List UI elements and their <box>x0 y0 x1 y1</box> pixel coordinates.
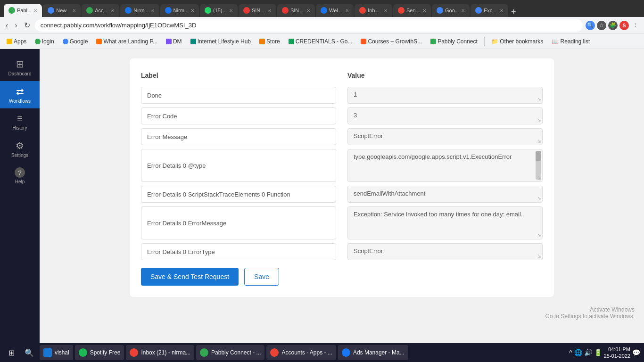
bookmark-label: Courses – GrowthS... <box>368 38 422 45</box>
save-button[interactable]: Save <box>244 268 279 286</box>
taskbar-app-label-accounts: Accounts - Apps - ... <box>281 349 332 356</box>
resize-handle: ⇲ <box>537 254 541 259</box>
profile-icon[interactable]: S <box>619 21 629 30</box>
tab-wel[interactable]: Wel... ✕ <box>316 4 354 17</box>
tab-google[interactable]: Goo... ✕ <box>432 4 470 17</box>
bookmark-landing[interactable]: What are Landing P... <box>93 37 160 46</box>
search-button[interactable]: 🔍 <box>21 345 38 360</box>
sidebar: ⊞ Dashboard ⇄ Workflows ≡ History ⚙ Sett… <box>0 49 40 343</box>
sidebar-item-settings[interactable]: ⚙ Settings <box>0 135 40 163</box>
tab-close-icon[interactable]: ✕ <box>306 8 310 13</box>
bookmark-favicon <box>96 39 102 44</box>
field-value-stacktrace[interactable]: sendEmailWithAttachment ⇲ <box>347 186 543 203</box>
tab-label: (15)... <box>213 8 227 13</box>
tab-favicon <box>86 7 93 14</box>
tray-network-icon[interactable]: 🌐 <box>574 349 582 356</box>
back-button[interactable]: ‹ <box>4 19 10 32</box>
tab-close-icon[interactable]: ✕ <box>268 8 272 13</box>
bookmark-credentials[interactable]: CREDENTIALS - Go... <box>286 37 355 46</box>
tab-close-icon[interactable]: ✕ <box>72 8 76 13</box>
new-tab-button[interactable]: + <box>511 7 516 17</box>
tray-notification-icon[interactable]: 💬 <box>632 349 640 356</box>
tab-close-icon[interactable]: ✕ <box>111 8 115 13</box>
sidebar-item-history[interactable]: ≡ History <box>0 108 40 135</box>
taskbar-app-spotify[interactable]: Spotify Free <box>75 345 124 360</box>
bookmark-other[interactable]: 📁 Other bookmarks <box>488 37 546 46</box>
tab-close-icon[interactable]: ✕ <box>190 8 194 13</box>
bookmark-label: What are Landing P... <box>103 38 157 45</box>
tab-label: Inb... <box>368 8 379 13</box>
refresh-button[interactable]: ↻ <box>22 19 32 32</box>
taskbar-app-vishal[interactable]: vishal <box>40 345 73 360</box>
tab-pabbly[interactable]: Pabl... ✕ <box>4 4 42 17</box>
bookmark-icon[interactable]: ☆ <box>597 21 606 30</box>
address-input[interactable] <box>35 19 583 32</box>
tab-favicon <box>48 7 54 14</box>
tab-close-icon[interactable]: ✕ <box>33 8 37 13</box>
tab-close-icon[interactable]: ✕ <box>422 8 426 13</box>
tab-sent[interactable]: Sen... ✕ <box>393 4 431 17</box>
taskbar-app-accounts[interactable]: Accounts - Apps - ... <box>266 345 336 360</box>
bookmark-login[interactable]: login <box>32 37 57 46</box>
tab-nirm2[interactable]: Nirm... ✕ <box>160 4 199 17</box>
bookmark-ilh[interactable]: Internet Lifestyle Hub <box>188 37 254 46</box>
tab-favicon <box>165 7 172 14</box>
taskbar-app-ads[interactable]: Ads Manager - Ma... <box>338 345 408 360</box>
field-value-error-details-type[interactable]: type.googleapis.com/google.apps.script.v… <box>347 149 543 182</box>
field-label-done: Done <box>141 87 336 104</box>
menu-icon[interactable]: ⋮ <box>631 21 640 30</box>
bookmark-growths[interactable]: Courses – GrowthS... <box>358 37 425 46</box>
sidebar-dashboard-label: Dashboard <box>8 71 32 76</box>
tab-close-icon[interactable]: ✕ <box>500 8 504 13</box>
bookmark-reading[interactable]: 📖 Reading list <box>549 37 593 46</box>
tab-acc[interactable]: Acc... ✕ <box>82 4 119 17</box>
field-value-error-code[interactable]: 3 ⇲ <box>347 107 543 124</box>
sidebar-history-label: History <box>12 125 27 131</box>
sidebar-item-dashboard[interactable]: ⊞ Dashboard <box>0 54 40 81</box>
tab-close-icon[interactable]: ✕ <box>345 8 349 13</box>
sidebar-settings-label: Settings <box>11 153 28 158</box>
form-row-error-details-message: Error Details 0 ErrorMessage Exception: … <box>141 206 543 239</box>
search-icon[interactable]: 🔍 <box>586 21 595 30</box>
bookmark-apps[interactable]: Apps <box>4 37 29 46</box>
forward-button[interactable]: › <box>13 19 19 32</box>
tab-whatsapp[interactable]: (15)... ✕ <box>200 4 238 17</box>
tab-favicon <box>321 7 327 14</box>
tab-close-icon[interactable]: ✕ <box>229 8 233 13</box>
taskbar-app-label-ads: Ads Manager - Ma... <box>353 349 405 356</box>
tray-chevron-icon[interactable]: ^ <box>569 349 572 356</box>
taskbar-clock[interactable]: 04:01 PM 25-01-2022 <box>604 346 630 360</box>
tab-sin2[interactable]: SIN... ✕ <box>277 4 315 17</box>
tab-close-icon[interactable]: ✕ <box>384 8 388 13</box>
taskbar: ⊞ 🔍 vishal Spotify Free Inbox (21) - nir… <box>0 343 644 362</box>
field-value-done[interactable]: 1 ⇲ <box>347 87 543 104</box>
field-value-error-message[interactable]: ScriptError ⇲ <box>347 128 543 145</box>
tab-label: Acc... <box>95 8 108 13</box>
field-value-error-details-message[interactable]: Exception: Service invoked too many time… <box>347 206 543 239</box>
bookmark-favicon <box>259 39 265 44</box>
save-send-test-button[interactable]: Save & Send Test Request <box>141 268 239 286</box>
sidebar-help-label: Help <box>15 179 25 184</box>
extension-icon[interactable]: 🧩 <box>608 21 618 30</box>
sidebar-item-help[interactable]: ? Help <box>0 163 40 189</box>
bookmark-dm[interactable]: DM <box>163 37 185 46</box>
taskbar-app-pabbly[interactable]: Pabbly Connect - ... <box>196 345 264 360</box>
taskbar-app-inbox[interactable]: Inbox (21) - nirma... <box>126 345 194 360</box>
bookmark-google[interactable]: Google <box>60 37 91 46</box>
bookmark-pabbly[interactable]: Pabbly Connect <box>428 37 480 46</box>
tab-close-icon[interactable]: ✕ <box>151 8 155 13</box>
sidebar-item-workflows[interactable]: ⇄ Workflows <box>0 81 40 108</box>
tab-excel[interactable]: Exc... ✕ <box>471 4 508 17</box>
tab-inbox[interactable]: Inb... ✕ <box>355 4 392 17</box>
bookmark-label: Internet Lifestyle Hub <box>198 38 251 45</box>
tray-volume-icon[interactable]: 🔊 <box>584 349 592 356</box>
tab-close-icon[interactable]: ✕ <box>461 8 465 13</box>
tab-nirm1[interactable]: Nirm... ✕ <box>120 4 159 17</box>
start-button[interactable]: ⊞ <box>4 345 19 360</box>
tab-new[interactable]: New ✕ <box>43 4 81 17</box>
field-value-error-type[interactable]: ScriptError ⇲ <box>347 243 543 260</box>
tray-battery-icon[interactable]: 🔋 <box>594 349 602 356</box>
tab-sin1[interactable]: SIN... ✕ <box>239 4 276 17</box>
activate-line2: Go to Settings to activate Windows. <box>545 313 635 320</box>
bookmark-store[interactable]: Store <box>256 37 283 46</box>
